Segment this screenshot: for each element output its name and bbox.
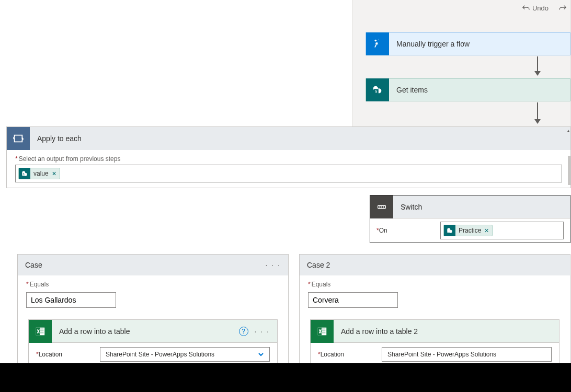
undo-icon [522, 4, 530, 11]
svg-rect-15 [447, 230, 450, 233]
location-value-2: SharePoint Site - PowerApps Solutions [387, 351, 496, 358]
switch-header[interactable]: Switch [370, 195, 570, 218]
undo-button[interactable]: Undo [522, 4, 549, 12]
connector-arrow [537, 56, 538, 75]
excel-action-1: Add a row into a table ? · · · *Location… [28, 319, 278, 366]
svg-point-12 [383, 206, 384, 207]
token-remove[interactable]: ✕ [52, 170, 56, 177]
case-1-header[interactable]: Case · · · [18, 255, 288, 275]
location-select-2[interactable]: SharePoint Site - PowerApps Solutions [382, 347, 552, 362]
getitems-label: Get items [389, 86, 428, 94]
cases-container: Case · · · *Equals Add a row into a tabl… [17, 254, 570, 373]
token-label: Practice [459, 227, 481, 234]
help-icon[interactable]: ? [239, 327, 248, 336]
chevron-down-icon [258, 351, 264, 358]
svg-rect-23 [322, 328, 325, 329]
trigger-icon [366, 32, 389, 55]
trigger-step[interactable]: Manually trigger a flow [366, 32, 570, 55]
switch-block: Switch *On Practice ✕ [370, 195, 570, 243]
svg-point-11 [381, 206, 382, 207]
apply-to-each-title: Apply to each [30, 134, 82, 143]
case-2-header[interactable]: Case 2 [300, 255, 570, 275]
excel-icon [311, 320, 334, 343]
svg-text:S: S [375, 89, 378, 94]
location-label: *Location [36, 351, 94, 358]
svg-point-10 [379, 206, 380, 207]
apply-to-each-block: Apply to each *Select an output from pre… [6, 126, 571, 188]
svg-rect-24 [322, 330, 325, 331]
excel-action-2: Add a row into a table 2 *Location Share… [310, 319, 559, 366]
switch-icon [370, 195, 393, 218]
case-1: Case · · · *Equals Add a row into a tabl… [17, 254, 289, 373]
location-row-2: *Location SharePoint Site - PowerApps So… [311, 343, 559, 366]
output-label: *Select an output from previous steps [7, 150, 570, 165]
svg-rect-19 [40, 330, 43, 331]
excel-action-1-more[interactable]: · · · [255, 327, 270, 336]
overview-canvas: Undo Manually trigger a flow S Get items [352, 0, 571, 129]
location-label-2: *Location [318, 351, 375, 358]
svg-text:S: S [22, 173, 24, 176]
loop-icon [7, 127, 30, 150]
getitems-step[interactable]: S Get items [366, 78, 570, 101]
switch-title: Switch [393, 203, 422, 211]
scrollbar-thumb[interactable] [568, 156, 571, 185]
svg-rect-25 [322, 332, 325, 333]
equals-label: *Equals [18, 275, 288, 290]
sharepoint-icon [444, 225, 455, 236]
location-select-1[interactable]: SharePoint Site - PowerApps Solutions [100, 347, 270, 362]
on-label: *On [376, 227, 434, 234]
equals-label-2: *Equals [300, 275, 570, 290]
equals-input-1[interactable] [26, 292, 116, 308]
token-remove[interactable]: ✕ [484, 227, 489, 234]
switch-on-row: *On Practice ✕ [370, 218, 570, 243]
excel-action-2-title: Add a row into a table 2 [334, 327, 559, 336]
equals-input-2[interactable] [308, 292, 398, 308]
sharepoint-icon: S [19, 168, 30, 179]
practice-token[interactable]: Practice ✕ [443, 225, 493, 236]
excel-action-1-header[interactable]: Add a row into a table ? · · · [29, 320, 277, 343]
excel-action-1-title: Add a row into a table [52, 327, 239, 336]
trigger-label: Manually trigger a flow [389, 40, 470, 48]
svg-rect-18 [40, 328, 43, 329]
location-row-1: *Location SharePoint Site - PowerApps So… [29, 343, 277, 366]
excel-action-2-header[interactable]: Add a row into a table 2 [311, 320, 559, 343]
token-label: value [33, 170, 49, 177]
case-2: Case 2 *Equals Add a row into a table 2 … [299, 254, 570, 373]
case-1-more[interactable]: · · · [266, 261, 281, 269]
on-input[interactable]: Practice ✕ [440, 222, 564, 239]
output-input[interactable]: S value ✕ [15, 165, 562, 182]
undo-label: Undo [532, 4, 549, 12]
value-token[interactable]: S value ✕ [18, 168, 60, 179]
toolbar: Undo [353, 0, 570, 16]
excel-icon [29, 320, 52, 343]
case-1-title: Case [25, 261, 42, 269]
connector-arrow [537, 102, 538, 123]
redo-button[interactable] [559, 4, 566, 11]
sharepoint-icon: S [366, 78, 389, 101]
svg-point-0 [375, 40, 377, 42]
case-2-title: Case 2 [307, 261, 330, 269]
svg-rect-20 [40, 332, 43, 333]
bottom-bar [0, 363, 571, 392]
location-value-1: SharePoint Site - PowerApps Solutions [106, 351, 214, 358]
apply-to-each-header[interactable]: Apply to each [7, 127, 570, 150]
redo-icon [559, 4, 566, 11]
